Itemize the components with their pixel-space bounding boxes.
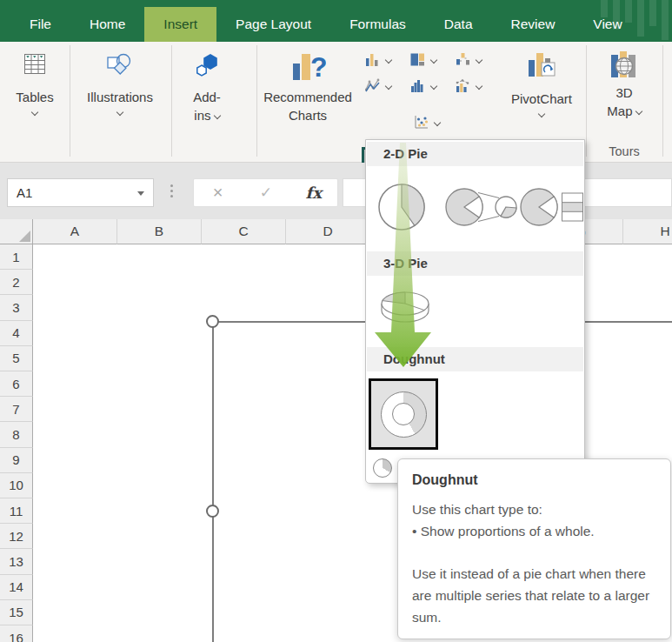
tab-insert[interactable]: Insert [144, 7, 216, 42]
recommended-charts-label-line2: Charts [256, 106, 359, 124]
formula-buttons: × ✓ fx [193, 178, 338, 207]
pivotchart-icon [526, 68, 557, 83]
chevron-down-icon [430, 56, 437, 63]
pie-option-icon[interactable] [377, 183, 426, 231]
doughnut-icon [381, 391, 427, 438]
chevron-down-icon [434, 118, 441, 125]
addins-label-line1: Add- [178, 88, 236, 106]
bar-of-pie-option-icon[interactable] [520, 185, 589, 229]
row-header-16[interactable]: 16 [0, 625, 33, 642]
3d-map-label-line1: 3D [593, 84, 655, 102]
tab-data[interactable]: Data [425, 7, 492, 42]
row-header-4[interactable]: 4 [0, 321, 33, 346]
chevron-down-icon [385, 56, 392, 63]
tooltip-intro: Use this chart type to: [412, 498, 660, 520]
insert-statistic-chart-button[interactable] [410, 78, 436, 93]
insert-column-chart-button[interactable] [365, 52, 391, 67]
add-ins-button[interactable]: Add- ins [178, 50, 236, 124]
illustrations-label: Illustrations [75, 88, 165, 106]
row-header-6[interactable]: 6 [0, 371, 33, 397]
row-header-2[interactable]: 2 [0, 270, 33, 295]
row-header-10[interactable]: 10 [0, 473, 33, 498]
row-header-5[interactable]: 5 [0, 346, 33, 371]
section-header-3d-pie: 3-D Pie [367, 251, 583, 276]
tables-button[interactable]: Tables [5, 50, 64, 115]
scatter-chart-icon [414, 115, 429, 130]
tab-page-layout[interactable]: Page Layout [216, 7, 330, 42]
row-header-3[interactable]: 3 [0, 295, 33, 320]
doughnut-option-selected[interactable] [369, 378, 438, 450]
formula-bar-grip-icon[interactable] [170, 184, 173, 197]
chevron-down-icon [538, 110, 545, 117]
insert-hierarchy-chart-button[interactable] [456, 52, 482, 67]
row-header-13[interactable]: 13 [0, 549, 33, 574]
insert-function-icon[interactable]: fx [290, 184, 337, 202]
combo-chart-icon [456, 78, 470, 93]
row-header-15[interactable]: 15 [0, 600, 33, 625]
tab-formulas[interactable]: Formulas [330, 7, 425, 42]
map3d-icon [609, 68, 640, 83]
insert-combo-chart-button[interactable] [456, 78, 482, 93]
group-separator [70, 45, 70, 157]
section-header-2d-pie: 2-D Pie [367, 142, 583, 166]
chevron-down-icon [635, 108, 642, 115]
pivotchart-button[interactable]: PivotChart [502, 50, 581, 117]
row-header-8[interactable]: 8 [0, 422, 33, 447]
cancel-icon[interactable]: × [194, 183, 242, 203]
namebox-dropdown-arrow-icon[interactable] [137, 191, 144, 196]
row-3d-pie [367, 276, 583, 347]
svg-text:?: ? [310, 51, 326, 83]
group-separator [171, 45, 172, 157]
3d-pie-option-icon[interactable] [379, 283, 431, 328]
illustrations-button[interactable]: Illustrations [75, 50, 165, 115]
column-header-B[interactable]: B [117, 219, 202, 244]
recommended-charts-icon: ? [289, 71, 326, 86]
row-header-12[interactable]: 12 [0, 524, 33, 549]
tab-review[interactable]: Review [492, 7, 575, 42]
insert-scatter-chart-button[interactable] [414, 115, 440, 130]
more-pie-charts-icon[interactable] [373, 458, 392, 478]
3d-map-button[interactable]: 3D Map [593, 49, 655, 120]
insert-line-chart-button[interactable] [365, 78, 391, 93]
row-2d-pie [367, 166, 583, 251]
chart-corner-handle[interactable] [206, 315, 219, 328]
chart-side-handle[interactable] [206, 505, 219, 518]
column-header-A[interactable]: A [33, 219, 117, 244]
recommended-charts-button[interactable]: ? Recommended Charts [256, 49, 359, 124]
row-header-9[interactable]: 9 [0, 448, 33, 473]
column-header-C[interactable]: C [202, 219, 286, 244]
column-header-D[interactable]: D [286, 219, 370, 244]
enter-icon[interactable]: ✓ [242, 184, 289, 202]
histogram-icon [410, 78, 425, 93]
column-chart-icon [365, 52, 380, 67]
hierarchy-chart-icon [456, 52, 470, 67]
addins-icon [194, 66, 220, 81]
ribbon-tab-bar-container: FileHomeInsertPage LayoutFormulasDataRev… [0, 0, 672, 42]
row-headers: 12345678910111213141516 [0, 219, 33, 642]
chevron-down-icon [213, 112, 220, 119]
row-header-11[interactable]: 11 [0, 498, 33, 524]
pie-of-pie-option-icon[interactable] [445, 185, 522, 229]
row-header-7[interactable]: 7 [0, 397, 33, 422]
tab-view[interactable]: View [574, 7, 641, 42]
row-header-14[interactable]: 14 [0, 575, 33, 600]
tooltip-body: Use it instead of a pie chart when there… [412, 563, 660, 628]
recommended-charts-label-line1: Recommended [256, 88, 359, 106]
insert-treemap-chart-button[interactable] [410, 52, 436, 67]
column-header-H[interactable]: H [623, 219, 672, 244]
tables-label: Tables [5, 88, 64, 106]
row-header-1[interactable]: 1 [0, 244, 33, 270]
name-box[interactable]: A1 [7, 178, 154, 207]
tables-icon [22, 66, 48, 81]
group-separator [662, 45, 663, 157]
tab-home[interactable]: Home [70, 7, 144, 42]
tab-file[interactable]: File [10, 7, 70, 42]
3d-map-label-line2: Map [593, 102, 655, 120]
illustrations-icon [106, 66, 134, 81]
tooltip-title: Doughnut [412, 472, 660, 488]
pivotchart-label: PivotChart [502, 90, 581, 108]
select-all-button[interactable] [0, 219, 33, 244]
chevron-down-icon [430, 82, 437, 89]
name-box-value: A1 [17, 185, 32, 200]
excel-window: { "tabs": { "items": ["File", "Home", "I… [0, 0, 672, 642]
